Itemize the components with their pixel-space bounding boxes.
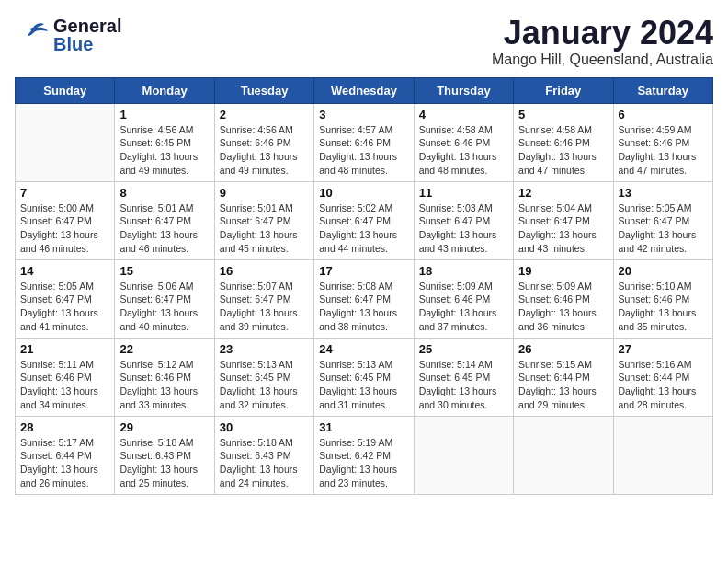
calendar-week-5: 28Sunrise: 5:17 AMSunset: 6:44 PMDayligh… [16, 416, 713, 494]
calendar-table: SundayMondayTuesdayWednesdayThursdayFrid… [15, 77, 713, 495]
day-info: Sunrise: 5:05 AMSunset: 6:47 PMDaylight:… [20, 280, 109, 334]
day-info: Sunrise: 5:01 AMSunset: 6:47 PMDaylight:… [119, 201, 209, 256]
day-info: Sunrise: 5:10 AMSunset: 6:46 PMDaylight:… [619, 280, 708, 334]
calendar-cell: 31Sunrise: 5:19 AMSunset: 6:42 PMDayligh… [314, 416, 414, 494]
day-number: 24 [319, 342, 408, 356]
calendar-cell: 10Sunrise: 5:02 AMSunset: 6:47 PMDayligh… [314, 181, 414, 259]
calendar-cell: 9Sunrise: 5:01 AMSunset: 6:47 PMDaylight… [214, 181, 313, 259]
calendar-cell: 28Sunrise: 5:17 AMSunset: 6:44 PMDayligh… [16, 416, 115, 494]
day-number: 5 [518, 108, 608, 121]
day-info: Sunrise: 5:01 AMSunset: 6:47 PMDaylight:… [220, 201, 309, 256]
day-header-tuesday: Tuesday [214, 77, 313, 103]
calendar-cell: 14Sunrise: 5:05 AMSunset: 6:47 PMDayligh… [16, 259, 115, 338]
day-number: 15 [119, 264, 209, 278]
day-info: Sunrise: 5:11 AMSunset: 6:46 PMDaylight:… [20, 358, 109, 412]
day-info: Sunrise: 5:07 AMSunset: 6:47 PMDaylight:… [220, 280, 309, 334]
day-number: 28 [20, 420, 109, 434]
day-info: Sunrise: 5:19 AMSunset: 6:42 PMDaylight:… [319, 436, 408, 490]
day-info: Sunrise: 4:59 AMSunset: 6:46 PMDaylight:… [619, 123, 708, 178]
day-number: 25 [419, 342, 508, 356]
day-number: 14 [20, 264, 109, 278]
calendar-cell [16, 103, 115, 181]
calendar-cell: 29Sunrise: 5:18 AMSunset: 6:43 PMDayligh… [115, 416, 214, 494]
day-number: 17 [319, 264, 408, 278]
calendar-cell [613, 416, 712, 494]
day-number: 23 [220, 342, 309, 356]
day-info: Sunrise: 5:09 AMSunset: 6:46 PMDaylight:… [518, 280, 608, 334]
day-number: 11 [419, 186, 508, 200]
day-number: 22 [119, 342, 209, 356]
day-info: Sunrise: 4:58 AMSunset: 6:46 PMDaylight:… [518, 123, 608, 178]
calendar-cell: 3Sunrise: 4:57 AMSunset: 6:46 PMDaylight… [314, 103, 414, 181]
day-info: Sunrise: 5:05 AMSunset: 6:47 PMDaylight:… [619, 201, 708, 256]
calendar-cell: 24Sunrise: 5:13 AMSunset: 6:45 PMDayligh… [314, 338, 414, 416]
calendar-title: January 2024 [492, 15, 713, 52]
calendar-cell: 19Sunrise: 5:09 AMSunset: 6:46 PMDayligh… [514, 259, 613, 338]
day-info: Sunrise: 5:18 AMSunset: 6:43 PMDaylight:… [220, 436, 309, 490]
day-number: 6 [619, 108, 708, 121]
day-header-monday: Monday [115, 77, 214, 103]
day-info: Sunrise: 5:06 AMSunset: 6:47 PMDaylight:… [119, 280, 209, 334]
day-info: Sunrise: 5:18 AMSunset: 6:43 PMDaylight:… [119, 436, 209, 490]
calendar-week-2: 7Sunrise: 5:00 AMSunset: 6:47 PMDaylight… [16, 181, 713, 259]
calendar-cell: 15Sunrise: 5:06 AMSunset: 6:47 PMDayligh… [115, 259, 214, 338]
day-number: 12 [518, 186, 608, 200]
day-info: Sunrise: 5:09 AMSunset: 6:46 PMDaylight:… [419, 280, 508, 334]
day-number: 19 [518, 264, 608, 278]
day-number: 30 [220, 420, 309, 434]
calendar-cell: 20Sunrise: 5:10 AMSunset: 6:46 PMDayligh… [613, 259, 712, 338]
calendar-cell: 8Sunrise: 5:01 AMSunset: 6:47 PMDaylight… [115, 181, 214, 259]
day-number: 8 [119, 186, 209, 200]
calendar-cell: 25Sunrise: 5:14 AMSunset: 6:45 PMDayligh… [414, 338, 513, 416]
day-info: Sunrise: 5:12 AMSunset: 6:46 PMDaylight:… [119, 358, 209, 412]
calendar-week-3: 14Sunrise: 5:05 AMSunset: 6:47 PMDayligh… [16, 259, 713, 338]
calendar-cell: 22Sunrise: 5:12 AMSunset: 6:46 PMDayligh… [115, 338, 214, 416]
calendar-cell: 6Sunrise: 4:59 AMSunset: 6:46 PMDaylight… [613, 103, 712, 181]
calendar-cell [414, 416, 513, 494]
day-info: Sunrise: 5:02 AMSunset: 6:47 PMDaylight:… [319, 201, 408, 256]
day-info: Sunrise: 5:03 AMSunset: 6:47 PMDaylight:… [419, 201, 508, 256]
calendar-cell: 4Sunrise: 4:58 AMSunset: 6:46 PMDaylight… [414, 103, 513, 181]
day-info: Sunrise: 5:00 AMSunset: 6:47 PMDaylight:… [20, 201, 109, 256]
day-number: 18 [419, 264, 508, 278]
day-info: Sunrise: 4:57 AMSunset: 6:46 PMDaylight:… [319, 123, 408, 178]
day-number: 2 [220, 108, 309, 121]
day-info: Sunrise: 5:15 AMSunset: 6:44 PMDaylight:… [518, 358, 608, 412]
day-header-friday: Friday [514, 77, 613, 103]
calendar-header-row: SundayMondayTuesdayWednesdayThursdayFrid… [16, 77, 713, 103]
day-info: Sunrise: 5:04 AMSunset: 6:47 PMDaylight:… [518, 201, 608, 256]
calendar-cell: 11Sunrise: 5:03 AMSunset: 6:47 PMDayligh… [414, 181, 513, 259]
day-header-wednesday: Wednesday [314, 77, 414, 103]
day-number: 13 [619, 186, 708, 200]
calendar-cell: 1Sunrise: 4:56 AMSunset: 6:45 PMDaylight… [115, 103, 214, 181]
day-number: 7 [20, 186, 109, 200]
day-number: 31 [319, 420, 408, 434]
day-number: 26 [518, 342, 608, 356]
day-info: Sunrise: 5:14 AMSunset: 6:45 PMDaylight:… [419, 358, 508, 412]
day-info: Sunrise: 4:56 AMSunset: 6:45 PMDaylight:… [119, 123, 209, 178]
calendar-cell [514, 416, 613, 494]
calendar-week-4: 21Sunrise: 5:11 AMSunset: 6:46 PMDayligh… [16, 338, 713, 416]
day-info: Sunrise: 5:08 AMSunset: 6:47 PMDaylight:… [319, 280, 408, 334]
header: General Blue January 2024 Mango Hill, Qu… [15, 15, 713, 68]
day-header-saturday: Saturday [613, 77, 712, 103]
calendar-cell: 23Sunrise: 5:13 AMSunset: 6:45 PMDayligh… [214, 338, 313, 416]
day-info: Sunrise: 5:13 AMSunset: 6:45 PMDaylight:… [220, 358, 309, 412]
day-info: Sunrise: 5:17 AMSunset: 6:44 PMDaylight:… [20, 436, 109, 490]
day-number: 16 [220, 264, 309, 278]
title-area: January 2024 Mango Hill, Queensland, Aus… [492, 15, 713, 68]
day-info: Sunrise: 4:58 AMSunset: 6:46 PMDaylight:… [419, 123, 508, 178]
day-header-thursday: Thursday [414, 77, 513, 103]
calendar-cell: 30Sunrise: 5:18 AMSunset: 6:43 PMDayligh… [214, 416, 313, 494]
calendar-cell: 13Sunrise: 5:05 AMSunset: 6:47 PMDayligh… [613, 181, 712, 259]
day-info: Sunrise: 5:13 AMSunset: 6:45 PMDaylight:… [319, 358, 408, 412]
day-number: 29 [119, 420, 209, 434]
day-number: 3 [319, 108, 408, 121]
calendar-cell: 5Sunrise: 4:58 AMSunset: 6:46 PMDaylight… [514, 103, 613, 181]
calendar-cell: 7Sunrise: 5:00 AMSunset: 6:47 PMDaylight… [16, 181, 115, 259]
day-number: 9 [220, 186, 309, 200]
calendar-cell: 12Sunrise: 5:04 AMSunset: 6:47 PMDayligh… [514, 181, 613, 259]
calendar-cell: 17Sunrise: 5:08 AMSunset: 6:47 PMDayligh… [314, 259, 414, 338]
day-number: 10 [319, 186, 408, 200]
calendar-cell: 2Sunrise: 4:56 AMSunset: 6:46 PMDaylight… [214, 103, 313, 181]
